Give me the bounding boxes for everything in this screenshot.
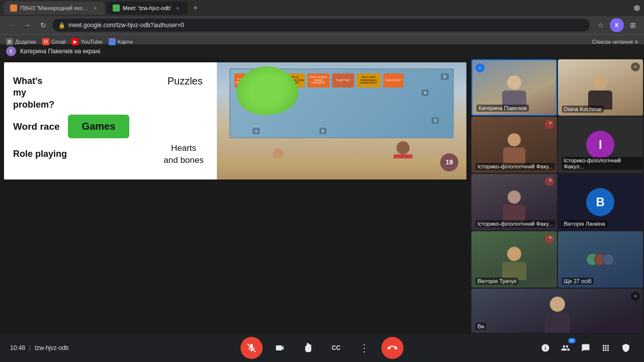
chat-btn[interactable] — [578, 340, 594, 356]
self-video — [471, 289, 643, 333]
more-options-btn[interactable]: ⋮ — [353, 337, 375, 359]
people-btn[interactable]: 36 — [557, 340, 574, 356]
captions-label: CC — [332, 344, 340, 351]
presenter-name-label: Катерина Павелків на екрані — [20, 48, 100, 55]
new-tab-button[interactable]: + — [190, 2, 202, 14]
whats-problem-text: What's my problem? — [13, 75, 54, 111]
title-bar: ПВН3 "Міжнародний еконо... × Meet: 'tzw-… — [0, 0, 644, 16]
diana-close-btn[interactable]: × — [631, 62, 640, 71]
youtube-icon: ▶ — [71, 38, 78, 45]
bookmark-maps[interactable]: 📍 Карти — [109, 38, 133, 45]
reading-list-label: Список читання — [592, 39, 633, 45]
active-speaker-indicator: ≡ — [475, 63, 485, 72]
puzzles-text: Puzzles — [168, 75, 208, 87]
controls-right: 36 — [537, 340, 634, 356]
slide-number-badge: 19 — [440, 153, 458, 171]
self-name: Ви — [475, 323, 486, 330]
meet-status-bar: К Катерина Павелків на екрані — [0, 44, 644, 58]
time-display: 10:48 — [10, 344, 25, 351]
participant-tile-diana: × Diana Kochmar — [558, 59, 643, 116]
tab-economics[interactable]: ПВН3 "Міжнародний еконо... × — [4, 2, 105, 15]
lankina-name: Вікторія Ланкіна — [562, 220, 607, 227]
role-playing-text: Role playing — [13, 149, 67, 159]
tab1-close-btn[interactable]: × — [92, 5, 99, 12]
back-btn[interactable]: ← — [4, 18, 18, 32]
presenter-avatar: К — [6, 46, 16, 56]
tab2-close-btn[interactable]: × — [175, 5, 182, 12]
tab1-title: ПВН3 "Міжнародний еконо... — [20, 5, 89, 11]
istor3-mic-icon: 🎤 — [545, 177, 554, 186]
self-close-btn[interactable]: × — [631, 292, 640, 301]
maps-label: Карти — [118, 39, 133, 45]
extensions-btn[interactable]: ⊞ — [626, 18, 640, 32]
people-icon — [561, 343, 570, 352]
hand-icon — [303, 343, 313, 353]
floor — [217, 158, 466, 179]
addons-icon: ⊞ — [6, 38, 13, 45]
window-controls — [634, 5, 640, 11]
tab2-favicon — [113, 5, 120, 12]
bookmark-addons[interactable]: ⊞ Додатки — [6, 38, 36, 45]
reload-btn[interactable]: ↻ — [36, 18, 50, 32]
captions-btn[interactable]: CC — [325, 337, 347, 359]
reading-list-icon: ≡ — [635, 39, 638, 45]
main-content: What's my problem? Puzzles Word race Gam… — [0, 58, 644, 334]
istor2-name: Історико-філологічний Факул... — [562, 157, 643, 170]
security-btn[interactable] — [618, 340, 634, 356]
navigation-toolbar: ← → ↻ 🔒 meet.google.com/tzw-hjvz-odb?aut… — [0, 16, 644, 34]
more-people-label: Ще 27 осіб — [562, 278, 594, 285]
istor3-name: Історико-філологічний Факу... — [475, 220, 555, 227]
address-bar[interactable]: 🔒 meet.google.com/tzw-hjvz-odb?authuser=… — [52, 19, 590, 32]
info-icon — [541, 343, 550, 352]
end-call-icon — [387, 343, 397, 353]
tab-meet[interactable]: Meet: 'tzw-hjvz-odb' × — [107, 2, 188, 15]
participants-sidebar: ≡ Катерина Павелків × Diana Kochmar — [470, 58, 644, 334]
bookmark-gmail[interactable]: M Gmail — [42, 38, 66, 45]
participant-tile-istor3: 🎤 Історико-філологічний Факу... — [471, 174, 557, 230]
meet-id-display: tzw-hjvz-odb — [35, 344, 68, 351]
camera-btn[interactable] — [269, 337, 291, 359]
bookmark-youtube[interactable]: ▶ YouTube — [71, 38, 102, 45]
istor1-mic-icon: 🎤 — [545, 120, 554, 129]
participant-tile-self: × Ви — [471, 289, 643, 333]
minimize-btn[interactable] — [634, 5, 640, 11]
controls-left: 10:48 | tzw-hjvz-odb — [10, 344, 69, 351]
classroom-scene: Is my spelling as good as it can be? Am … — [217, 62, 466, 179]
controls-center: CC ⋮ — [240, 337, 404, 359]
participant-tile-lankina: В Вікторія Ланкіна — [558, 174, 643, 230]
security-icon — [621, 343, 630, 352]
participants-grid: ≡ Катерина Павелків × Diana Kochmar — [471, 59, 643, 288]
people-badge: 36 — [568, 338, 576, 343]
bookmarks-star-btn[interactable]: ☆ — [594, 18, 608, 32]
info-btn[interactable] — [537, 340, 553, 356]
profile-btn[interactable]: К — [610, 18, 624, 32]
chat-icon — [581, 343, 590, 352]
participant-tile-more: Ще 27 осіб — [558, 231, 643, 288]
raise-hand-btn[interactable] — [297, 337, 319, 359]
forward-btn[interactable]: → — [20, 18, 34, 32]
reading-list-btn[interactable]: Список читання ≡ — [592, 39, 638, 45]
tab1-favicon — [10, 5, 17, 12]
tab2-title: Meet: 'tzw-hjvz-odb' — [123, 5, 172, 11]
trachuk-mic-icon: 🎤 — [545, 234, 554, 243]
participant-tile-istor2: І Історико-філологічний Факул... — [558, 117, 643, 173]
diana-name: Diana Kochmar — [562, 106, 604, 113]
participant-tile-istor1: 🎤 Історико-філологічний Факу... — [471, 117, 557, 173]
lankina-avatar: В — [586, 188, 614, 216]
activities-btn[interactable] — [598, 340, 614, 356]
end-call-btn[interactable] — [381, 337, 404, 359]
istor2-avatar: І — [586, 131, 614, 159]
more-options-icon: ⋮ — [359, 342, 369, 354]
slide-classroom-image: Is my spelling as good as it can be? Am … — [217, 62, 466, 179]
lock-icon: 🔒 — [58, 22, 65, 29]
mic-icon — [247, 343, 257, 353]
browser-chrome: ПВН3 "Міжнародний еконо... × Meet: 'tzw-… — [0, 0, 644, 44]
mic-btn[interactable] — [240, 337, 263, 359]
url-text: meet.google.com/tzw-hjvz-odb?authuser=0 — [68, 22, 184, 29]
participant-tile-trachuk: 🎤 Вікторія Трачук — [471, 231, 557, 288]
camera-icon — [275, 343, 285, 353]
slide: What's my problem? Puzzles Word race Gam… — [4, 62, 466, 179]
hearts-bones-text: Hearts and bones — [164, 142, 207, 166]
slide-content-left: What's my problem? Puzzles Word race Gam… — [4, 62, 217, 179]
presentation-area: What's my problem? Puzzles Word race Gam… — [0, 58, 470, 334]
